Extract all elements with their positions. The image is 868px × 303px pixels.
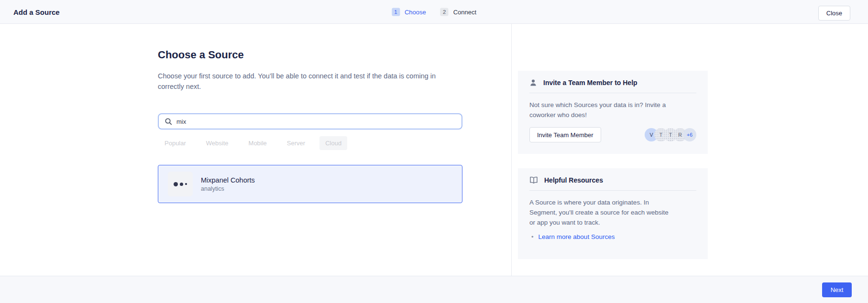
avatar-overflow-badge: +6: [683, 128, 696, 141]
content-area: Choose a Source Choose your first source…: [0, 24, 868, 276]
resources-card-title: Helpful Resources: [544, 176, 603, 184]
person-icon: [529, 79, 537, 87]
invite-action-row: Invite Team Member V T T R +6: [518, 127, 708, 142]
resources-card-header: Helpful Resources: [518, 168, 708, 190]
search-icon: [165, 118, 172, 125]
vertical-divider: [511, 24, 512, 276]
page-title: Add a Source: [13, 8, 60, 16]
tab-cloud[interactable]: Cloud: [319, 136, 347, 150]
main-column: Choose a Source Choose your first source…: [158, 24, 462, 203]
step-connect[interactable]: 2 Connect: [440, 8, 476, 16]
step-label: Connect: [453, 8, 476, 15]
invite-team-member-card: Invite a Team Member to Help Not sure wh…: [518, 71, 708, 154]
modal-header: Add a Source 1 Choose 2 Connect Close: [0, 0, 868, 24]
source-category: analytics: [201, 185, 255, 192]
search-input[interactable]: [176, 118, 456, 125]
tab-popular[interactable]: Popular: [159, 136, 192, 150]
invite-card-header: Invite a Team Member to Help: [518, 71, 708, 93]
step-number-badge: 1: [392, 8, 400, 16]
list-item: • Learn more about Sources: [531, 233, 696, 240]
category-filter-tabs: Popular Website Mobile Server Cloud: [159, 136, 462, 150]
learn-more-sources-link[interactable]: Learn more about Sources: [538, 233, 615, 240]
section-heading: Choose a Source: [158, 49, 462, 61]
resources-card-body: A Source is where your data originates. …: [518, 191, 686, 227]
step-label: Choose: [405, 8, 426, 15]
section-description: Choose your first source to add. You’ll …: [158, 71, 438, 92]
tab-website[interactable]: Website: [200, 136, 234, 150]
source-name: Mixpanel Cohorts: [201, 176, 255, 184]
mixpanel-logo-icon: [168, 172, 193, 196]
next-button[interactable]: Next: [822, 282, 852, 297]
resources-link-list: • Learn more about Sources: [518, 233, 708, 240]
wizard-stepper: 1 Choose 2 Connect: [392, 8, 476, 16]
bullet: •: [531, 233, 534, 240]
close-button[interactable]: Close: [818, 6, 850, 21]
tab-mobile[interactable]: Mobile: [243, 136, 273, 150]
source-result-mixpanel-cohorts[interactable]: Mixpanel Cohorts analytics: [158, 165, 462, 203]
team-avatars: V T T R +6: [645, 128, 696, 141]
helpful-resources-card: Helpful Resources A Source is where your…: [518, 168, 708, 259]
step-number-badge: 2: [440, 8, 449, 16]
source-text: Mixpanel Cohorts analytics: [201, 176, 255, 192]
invite-card-title: Invite a Team Member to Help: [543, 79, 637, 87]
invite-card-body: Not sure which Sources your data is in? …: [518, 93, 683, 120]
open-book-icon: [529, 176, 538, 184]
invite-team-member-button[interactable]: Invite Team Member: [529, 127, 601, 142]
help-sidebar: Invite a Team Member to Help Not sure wh…: [518, 24, 708, 276]
step-choose[interactable]: 1 Choose: [392, 8, 426, 16]
tab-server[interactable]: Server: [281, 136, 311, 150]
modal-footer: Next: [0, 276, 868, 303]
source-search-field: [158, 113, 462, 130]
